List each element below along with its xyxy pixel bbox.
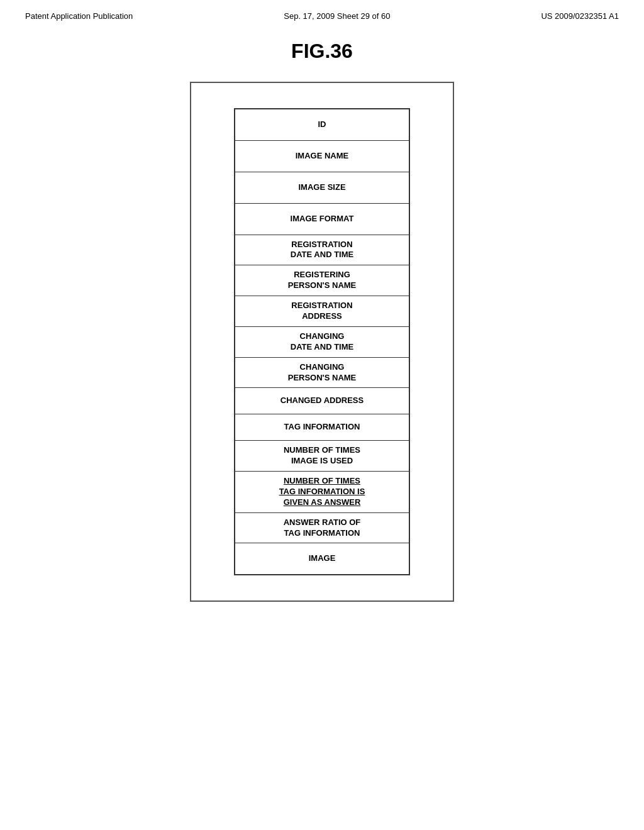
row-image-name: IMAGE NAME: [235, 141, 409, 172]
row-changing-person: CHANGING PERSON'S NAME: [235, 358, 409, 389]
row-registration-address: REGISTRATION ADDRESS: [235, 296, 409, 327]
header-right: US 2009/0232351 A1: [541, 11, 619, 21]
row-image-format: IMAGE FORMAT: [235, 204, 409, 235]
row-id: ID: [235, 109, 409, 141]
row-number-times-used: NUMBER OF TIMES IMAGE IS USED: [235, 441, 409, 472]
row-image: IMAGE: [235, 543, 409, 574]
row-answer-ratio: ANSWER RATIO OF TAG INFORMATION: [235, 513, 409, 544]
header-center: Sep. 17, 2009 Sheet 29 of 60: [284, 11, 390, 21]
row-tag-information: TAG INFORMATION: [235, 414, 409, 441]
row-image-size: IMAGE SIZE: [235, 172, 409, 204]
row-registering-person: REGISTERING PERSON'S NAME: [235, 265, 409, 296]
row-changed-address: CHANGED ADDRESS: [235, 388, 409, 414]
outer-box: IDIMAGE NAMEIMAGE SIZEIMAGE FORMATREGIST…: [190, 82, 454, 602]
row-registration-date: REGISTRATION DATE AND TIME: [235, 235, 409, 266]
row-number-times-tag: NUMBER OF TIMESTAG INFORMATION ISGIVEN A…: [235, 472, 409, 513]
row-changing-date: CHANGING DATE AND TIME: [235, 327, 409, 358]
page-header: Patent Application Publication Sep. 17, …: [0, 0, 644, 27]
table-container: IDIMAGE NAMEIMAGE SIZEIMAGE FORMATREGIST…: [234, 108, 410, 575]
header-left: Patent Application Publication: [25, 11, 133, 21]
figure-title: FIG.36: [0, 40, 644, 63]
